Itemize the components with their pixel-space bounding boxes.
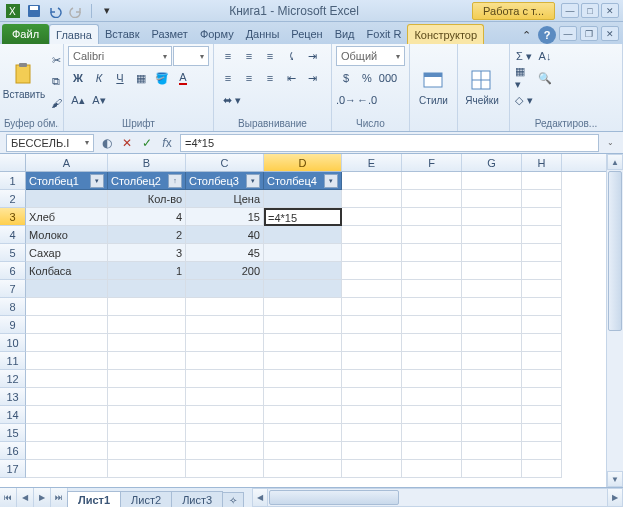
- bold-button[interactable]: Ж: [68, 68, 88, 88]
- format-painter-icon[interactable]: 🖌: [46, 93, 66, 113]
- cell[interactable]: [264, 424, 342, 442]
- table-header-cell[interactable]: Столбец4▾: [264, 172, 342, 190]
- qat-customize-icon[interactable]: ▾: [98, 2, 116, 20]
- cell[interactable]: [522, 244, 562, 262]
- cell[interactable]: 40: [186, 226, 264, 244]
- cell[interactable]: [108, 388, 186, 406]
- row-header[interactable]: 16: [0, 442, 26, 460]
- cell[interactable]: [108, 352, 186, 370]
- cell[interactable]: [462, 190, 522, 208]
- tab-nav-first[interactable]: ⏮: [0, 488, 17, 507]
- cell[interactable]: 200: [186, 262, 264, 280]
- close-button[interactable]: ✕: [601, 3, 619, 18]
- redo-icon[interactable]: [67, 2, 85, 20]
- column-header[interactable]: B: [108, 154, 186, 171]
- cell[interactable]: [186, 370, 264, 388]
- cell[interactable]: [342, 370, 402, 388]
- row-header[interactable]: 10: [0, 334, 26, 352]
- cell[interactable]: [402, 442, 462, 460]
- cell[interactable]: [186, 424, 264, 442]
- cell[interactable]: [108, 442, 186, 460]
- cell[interactable]: [264, 406, 342, 424]
- cell[interactable]: 3: [108, 244, 186, 262]
- column-header[interactable]: D: [264, 154, 342, 171]
- cell[interactable]: [264, 352, 342, 370]
- doc-minimize-button[interactable]: —: [559, 26, 577, 41]
- number-format-combo[interactable]: Общий▾: [336, 46, 405, 66]
- cell[interactable]: [108, 280, 186, 298]
- cell[interactable]: [342, 334, 402, 352]
- cell[interactable]: [108, 316, 186, 334]
- cell[interactable]: [462, 406, 522, 424]
- wrap-text-button[interactable]: ⇥: [302, 46, 322, 66]
- cell[interactable]: [264, 370, 342, 388]
- cell[interactable]: [402, 280, 462, 298]
- cell[interactable]: [186, 298, 264, 316]
- cancel-edit-button[interactable]: ✕: [118, 134, 136, 152]
- cell[interactable]: [108, 460, 186, 478]
- cell[interactable]: [26, 406, 108, 424]
- percent-format-button[interactable]: %: [357, 68, 377, 88]
- cell[interactable]: [522, 298, 562, 316]
- cell[interactable]: [462, 208, 522, 226]
- help-icon[interactable]: ?: [538, 26, 556, 44]
- cell[interactable]: [402, 226, 462, 244]
- row-header[interactable]: 8: [0, 298, 26, 316]
- cell[interactable]: [342, 442, 402, 460]
- new-sheet-button[interactable]: ✧: [222, 492, 244, 507]
- row-header[interactable]: 11: [0, 352, 26, 370]
- cell[interactable]: [26, 298, 108, 316]
- row-header[interactable]: 12: [0, 370, 26, 388]
- tab-nav-prev[interactable]: ◀: [17, 488, 34, 507]
- styles-button[interactable]: Стили: [414, 55, 453, 119]
- row-header[interactable]: 9: [0, 316, 26, 334]
- cell[interactable]: [522, 460, 562, 478]
- row-header[interactable]: 14: [0, 406, 26, 424]
- cell[interactable]: [402, 388, 462, 406]
- cell[interactable]: [522, 352, 562, 370]
- cell[interactable]: [264, 226, 342, 244]
- fx-icon[interactable]: fx: [158, 134, 176, 152]
- tab-nav-last[interactable]: ⏭: [51, 488, 68, 507]
- cell[interactable]: [342, 280, 402, 298]
- orientation-button[interactable]: ⤹: [281, 46, 301, 66]
- column-header[interactable]: F: [402, 154, 462, 171]
- cell[interactable]: [522, 388, 562, 406]
- table-header-cell[interactable]: Столбец3▾: [186, 172, 264, 190]
- cell[interactable]: [108, 298, 186, 316]
- copy-icon[interactable]: ⧉: [46, 72, 66, 92]
- row-header[interactable]: 17: [0, 460, 26, 478]
- name-box[interactable]: БЕССЕЛЬ.I▾: [6, 134, 94, 152]
- filter-dropdown-icon[interactable]: ▾: [246, 174, 260, 188]
- cell[interactable]: [402, 316, 462, 334]
- cell[interactable]: [186, 406, 264, 424]
- cell[interactable]: Цена: [186, 190, 264, 208]
- cell[interactable]: [26, 190, 108, 208]
- sheet-tab[interactable]: Лист3: [171, 491, 223, 507]
- row-header[interactable]: 4: [0, 226, 26, 244]
- scroll-down-button[interactable]: ▼: [607, 471, 623, 487]
- comma-format-button[interactable]: 000: [378, 68, 398, 88]
- cell[interactable]: [522, 226, 562, 244]
- cell[interactable]: [186, 316, 264, 334]
- cell[interactable]: [108, 334, 186, 352]
- cell[interactable]: [26, 442, 108, 460]
- cell[interactable]: [342, 424, 402, 442]
- cell[interactable]: 2: [108, 226, 186, 244]
- cell[interactable]: [402, 208, 462, 226]
- row-header[interactable]: 7: [0, 280, 26, 298]
- column-header[interactable]: C: [186, 154, 264, 171]
- cell[interactable]: [462, 388, 522, 406]
- filter-dropdown-icon[interactable]: ↑: [168, 174, 182, 188]
- increase-indent-button[interactable]: ⇥: [302, 68, 322, 88]
- tab-foxit[interactable]: Foxit R: [361, 24, 408, 44]
- cell[interactable]: [462, 172, 522, 190]
- cell[interactable]: [108, 406, 186, 424]
- scroll-thumb-h[interactable]: [269, 490, 399, 505]
- tab-layout[interactable]: Размет: [146, 24, 194, 44]
- cell[interactable]: [342, 388, 402, 406]
- table-header-cell[interactable]: Столбец2↑: [108, 172, 186, 190]
- cell[interactable]: [342, 316, 402, 334]
- align-left-button[interactable]: ≡: [218, 68, 238, 88]
- cell[interactable]: 45: [186, 244, 264, 262]
